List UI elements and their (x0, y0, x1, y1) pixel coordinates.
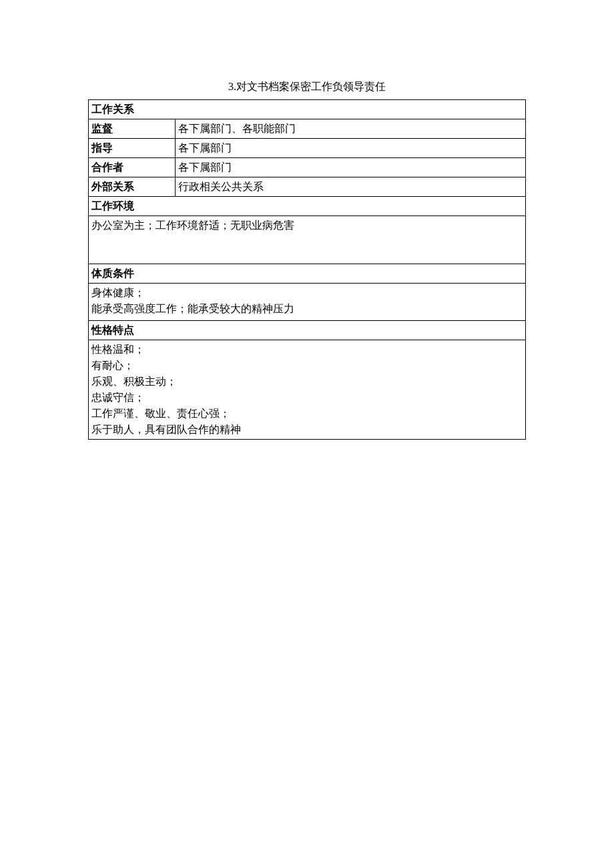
collaborator-label: 合作者 (89, 158, 176, 177)
physical-conditions-header: 体质条件 (89, 264, 526, 284)
work-relations-header: 工作关系 (89, 100, 526, 119)
supervision-value: 各下属部门、各职能部门 (176, 119, 526, 139)
work-environment-content: 办公室为主；工作环境舒适；无职业病危害 (89, 216, 526, 264)
personality-content: 性格温和；有耐心；乐观、积极主动；忠诚守信；工作严谨、敬业、责任心强；乐于助人，… (89, 340, 526, 440)
guidance-label: 指导 (89, 139, 176, 158)
external-relations-label: 外部关系 (89, 177, 176, 197)
supervision-label: 监督 (89, 119, 176, 139)
personality-header: 性格特点 (89, 321, 526, 340)
job-description-table: 工作关系 监督 各下属部门、各职能部门 指导 各下属部门 合作者 各下属部门 外… (88, 99, 526, 440)
header-line: 3.对文书档案保密工作负领导责任 (0, 80, 614, 94)
physical-conditions-content: 身体健康；能承受高强度工作；能承受较大的精神压力 (89, 284, 526, 321)
external-relations-value: 行政相关公共关系 (176, 177, 526, 197)
guidance-value: 各下属部门 (176, 139, 526, 158)
collaborator-value: 各下属部门 (176, 158, 526, 177)
work-environment-header: 工作环境 (89, 197, 526, 216)
